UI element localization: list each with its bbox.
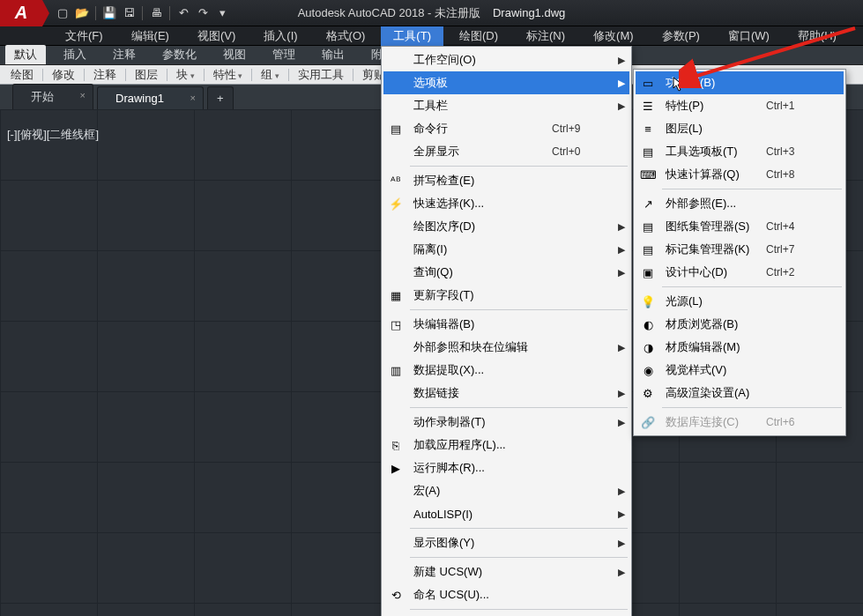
menu-item-15[interactable]: ⚙高级渲染设置(A) — [636, 382, 844, 404]
menu-item-26[interactable]: 新建 UCS(W)▶ — [383, 560, 629, 583]
ribbon-panel-3[interactable]: 图层 — [130, 67, 163, 83]
menu-item-21[interactable]: 宏(A)▶ — [383, 479, 629, 502]
qat-save-icon[interactable]: 💾 — [101, 5, 117, 21]
menu-item-16[interactable]: 数据链接▶ — [383, 382, 629, 404]
qat-dropdown-icon[interactable]: ▾ — [214, 5, 230, 21]
ribbon-panel-7[interactable]: 实用工具 — [293, 67, 349, 83]
qat-new-icon[interactable]: ▢ — [55, 5, 71, 21]
menu-item-shortcut: Ctrl+6 — [766, 416, 828, 428]
menu-item-label: 数据链接 — [408, 385, 552, 401]
qat-undo-icon[interactable]: ↶ — [175, 5, 191, 21]
submenu-arrow-icon: ▶ — [614, 486, 629, 497]
menu-item-label: 数据库连接(C) — [660, 414, 766, 430]
menu-item-7[interactable]: ⚡快速选择(K)... — [383, 192, 629, 215]
close-tab-icon[interactable]: × — [190, 93, 195, 103]
menu-item-11[interactable]: 💡光源(L) — [636, 290, 844, 313]
submenu-arrow-icon: ▶ — [614, 55, 629, 66]
menu-item-1[interactable]: 选项板▶ — [383, 71, 629, 94]
qat-saveas-icon[interactable]: 🖫 — [121, 5, 137, 21]
submenu-arrow-icon: ▶ — [614, 244, 629, 256]
menu-item-9[interactable]: 隔离(I)▶ — [383, 238, 629, 261]
qat-open-icon[interactable]: 📂 — [74, 5, 90, 21]
menu-工具[interactable]: 工具(T) — [381, 26, 443, 46]
menu-插入[interactable]: 插入(I) — [251, 26, 309, 46]
ribbon-tab-0[interactable]: 默认 — [5, 45, 46, 64]
menu-item-6[interactable]: ᴬᴮ拼写检查(E) — [383, 169, 629, 192]
submenu-arrow-icon: ▶ — [614, 567, 629, 578]
menu-item-3[interactable]: ▤工具选项板(T)Ctrl+3 — [636, 140, 844, 163]
menu-item-15[interactable]: ▥数据提取(X)... — [383, 359, 629, 382]
panel-separator — [288, 69, 289, 81]
menu-item-18[interactable]: 动作录制器(T)▶ — [383, 411, 629, 434]
ribbon-panel-2[interactable]: 注释 — [88, 67, 122, 83]
menu-item-14[interactable]: ◉视觉样式(V) — [636, 359, 844, 382]
ribbon-tab-3[interactable]: 参数化 — [153, 45, 205, 64]
menu-item-27[interactable]: ⟲命名 UCS(U)... — [383, 583, 629, 606]
menu-item-11[interactable]: ▦更新字段(T) — [383, 284, 629, 307]
ribbon-tab-6[interactable]: 输出 — [313, 45, 353, 64]
ribbon-tab-1[interactable]: 插入 — [55, 45, 95, 64]
menu-item-19[interactable]: ⎘加载应用程序(L)... — [383, 434, 629, 456]
menu-修改[interactable]: 修改(M) — [581, 26, 646, 46]
menu-参数[interactable]: 参数(P) — [650, 26, 712, 46]
ribbon-panel-1[interactable]: 修改 — [47, 67, 80, 83]
load-icon: ⎘ — [383, 439, 408, 452]
menu-item-12[interactable]: ◐材质浏览器(B) — [636, 313, 844, 336]
menu-编辑[interactable]: 编辑(E) — [119, 26, 182, 46]
app-logo[interactable]: A — [0, 0, 42, 26]
view-label[interactable]: [-][俯视][二维线框] — [7, 127, 99, 143]
menu-item-10[interactable]: 查询(Q)▶ — [383, 261, 629, 284]
menu-item-22[interactable]: AutoLISP(I)▶ — [383, 502, 629, 525]
qat-redo-icon[interactable]: ↷ — [195, 5, 211, 21]
menu-item-8[interactable]: ▤标记集管理器(K)Ctrl+7 — [636, 238, 844, 261]
menu-绘图[interactable]: 绘图(D) — [447, 26, 510, 46]
menu-item-13[interactable]: ◳块编辑器(B) — [383, 313, 629, 336]
doc-tab-0[interactable]: 开始× — [12, 84, 93, 109]
menu-格式[interactable]: 格式(O) — [314, 26, 378, 46]
qat-print-icon[interactable]: 🖶 — [148, 5, 164, 21]
menu-item-2[interactable]: ≡图层(L) — [636, 117, 844, 140]
menu-item-1[interactable]: ☰特性(P)Ctrl+1 — [636, 94, 844, 117]
menu-item-label: 高级渲染设置(A) — [660, 385, 766, 401]
menu-item-9[interactable]: ▣设计中心(D)Ctrl+2 — [636, 261, 844, 284]
submenu-arrow-icon: ▶ — [614, 342, 629, 353]
ribbon-panel-5[interactable]: 特性 — [208, 67, 249, 83]
menu-item-shortcut: Ctrl+4 — [766, 220, 828, 233]
menu-item-label: 标记集管理器(K) — [660, 241, 766, 257]
menu-item-13[interactable]: ◑材质编辑器(M) — [636, 336, 844, 359]
menu-标注[interactable]: 标注(N) — [514, 26, 577, 46]
block-icon: ◳ — [383, 318, 408, 331]
menu-item-label: 光源(L) — [660, 293, 766, 309]
menu-item-8[interactable]: 绘图次序(D)▶ — [383, 215, 629, 238]
menu-item-label: 材质编辑器(M) — [660, 339, 766, 355]
menu-item-20[interactable]: ▶运行脚本(R)... — [383, 456, 629, 479]
doc-tab-1[interactable]: Drawing1× — [97, 86, 204, 109]
ribbon-tab-5[interactable]: 管理 — [264, 45, 304, 64]
layers-icon: ≡ — [636, 122, 660, 136]
ribbon-tab-4[interactable]: 视图 — [214, 45, 255, 64]
menu-item-3[interactable]: ▤命令行Ctrl+9 — [383, 117, 629, 140]
app-logo-a: A — [15, 3, 27, 23]
menu-item-0[interactable]: 工作空间(O)▶ — [383, 48, 629, 71]
menu-item-29[interactable]: 🌐地理位置(L) — [383, 612, 629, 616]
add-tab-button[interactable]: + — [207, 86, 234, 109]
ribbon-panel-6[interactable]: 组 — [256, 67, 285, 83]
menu-窗口[interactable]: 窗口(W) — [716, 26, 782, 46]
menu-文件[interactable]: 文件(F) — [53, 26, 115, 46]
menu-item-6[interactable]: ↗外部参照(E)... — [636, 192, 844, 215]
menu-item-2[interactable]: 工具栏▶ — [383, 94, 629, 117]
ribbon-panel-0[interactable]: 绘图 — [5, 67, 39, 83]
markup-icon: ▤ — [636, 243, 660, 256]
menu-item-7[interactable]: ▤图纸集管理器(S)Ctrl+4 — [636, 215, 844, 238]
menu-帮助[interactable]: 帮助(H) — [785, 26, 849, 46]
menu-item-0[interactable]: ▭功能区(B) — [636, 71, 844, 94]
ribbon-panel-4[interactable]: 块 — [171, 67, 200, 83]
qselect-icon: ⚡ — [383, 197, 408, 211]
menu-视图[interactable]: 视图(V) — [185, 26, 248, 46]
menu-item-4[interactable]: ⌨快速计算器(Q)Ctrl+8 — [636, 163, 844, 186]
menu-item-24[interactable]: 显示图像(Y)▶ — [383, 531, 629, 554]
menu-item-14[interactable]: 外部参照和块在位编辑▶ — [383, 336, 629, 359]
ribbon-tab-2[interactable]: 注释 — [104, 45, 145, 64]
close-tab-icon[interactable]: × — [80, 90, 86, 100]
menu-item-4[interactable]: 全屏显示Ctrl+0 — [383, 140, 629, 163]
